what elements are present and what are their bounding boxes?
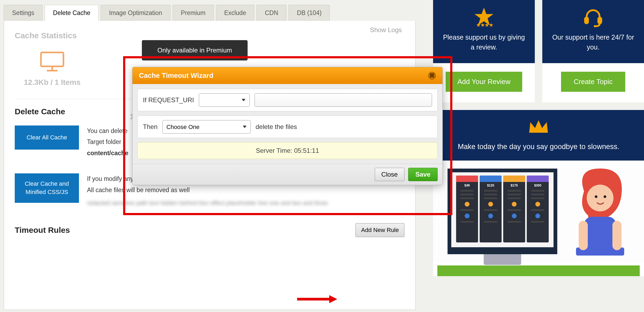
tab-premium[interactable]: Premium <box>173 5 214 21</box>
svg-point-14 <box>595 195 597 198</box>
stat-desktop-value: 12.3Kb / 1 Items <box>15 78 90 87</box>
text-bold: content/cache <box>87 150 128 157</box>
premium-message: Make today the day you say goodbye to sl… <box>444 143 633 151</box>
if-condition-select[interactable] <box>199 93 250 107</box>
if-label: If REQUEST_URI <box>143 96 194 104</box>
review-card: Please support us by giving a review. Ad… <box>433 0 535 102</box>
add-review-button[interactable]: Add Your Review <box>446 72 522 92</box>
svg-rect-18 <box>579 221 588 250</box>
premium-card-top: Make today the day you say goodbye to sl… <box>433 110 644 161</box>
tab-settings[interactable]: Settings <box>4 5 43 21</box>
person-illustration <box>568 167 630 256</box>
support-card: Our support is here 24/7 for you. Create… <box>542 0 644 102</box>
svg-marker-5 <box>475 7 493 25</box>
then-label: Then <box>143 123 158 131</box>
then-action-select[interactable]: Choose One <box>162 120 251 134</box>
svg-marker-7 <box>480 23 484 27</box>
text: Target folder <box>87 138 123 145</box>
svg-rect-0 <box>41 52 63 66</box>
if-value-input[interactable] <box>255 93 432 107</box>
headset-icon <box>550 6 636 30</box>
plan-price: $300 <box>534 182 541 189</box>
promo-row: Please support us by giving a review. Ad… <box>433 0 644 102</box>
clear-all-cache-button[interactable]: Clear All Cache <box>15 125 79 150</box>
tab-image-optimization[interactable]: Image Optimization <box>101 5 170 21</box>
svg-rect-19 <box>612 221 622 250</box>
server-time: Server Time: 05:51:11 <box>137 142 438 159</box>
create-topic-button[interactable]: Create Topic <box>561 72 625 92</box>
text: You can delete <box>87 127 127 134</box>
show-logs-link[interactable]: Show Logs <box>370 26 402 34</box>
svg-marker-9 <box>489 23 493 27</box>
then-rule-row: Then Choose One delete the files <box>137 116 438 138</box>
stat-desktop: 12.3Kb / 1 Items <box>15 51 90 87</box>
add-new-rule-button[interactable]: Add New Rule <box>355 223 404 237</box>
modal-header: Cache Timeout Wizard ✖ <box>132 67 442 84</box>
cache-statistics-title: Cache Statistics <box>15 31 404 40</box>
blurred-paths: redacted sensitive path text hidden behi… <box>87 198 404 208</box>
modal-body: If REQUEST_URI Then Choose One delete th… <box>132 84 442 164</box>
pricing-monitor: $49 $125 $175 $300 <box>448 169 557 254</box>
pricing-illustration: $49 $125 $175 $300 <box>433 161 644 262</box>
text: All cache files will be removed as well <box>87 187 190 193</box>
crown-icon <box>444 117 633 137</box>
text-bold: / <box>123 138 124 145</box>
if-rule-row: If REQUEST_URI <box>137 89 438 111</box>
tab-db[interactable]: DB (104) <box>289 5 330 21</box>
sidebar: Please support us by giving a review. Ad… <box>433 0 644 276</box>
svg-rect-10 <box>585 18 588 23</box>
support-card-top: Our support is here 24/7 for you. <box>542 0 644 63</box>
review-card-top: Please support us by giving a review. <box>433 0 535 63</box>
timeout-rules-title: Timeout Rules <box>15 226 70 235</box>
plan-price: $125 <box>487 182 494 189</box>
premium-card: Make today the day you say goodbye to sl… <box>433 110 644 276</box>
modal-save-button[interactable]: Save <box>408 168 438 181</box>
tab-bar: Settings Delete Cache Image Optimization… <box>4 5 415 21</box>
timeout-rules-row: Timeout Rules Add New Rule <box>15 223 404 237</box>
review-message: Please support us by giving a review. <box>441 32 527 52</box>
svg-point-15 <box>604 195 606 198</box>
plan-price: $175 <box>511 182 518 189</box>
modal-close-button[interactable]: Close <box>375 168 404 181</box>
support-message: Our support is here 24/7 for you. <box>550 32 636 52</box>
premium-tooltip: Only available in Premium <box>142 40 248 60</box>
modal-close-icon[interactable]: ✖ <box>428 72 436 80</box>
tab-cdn[interactable]: CDN <box>256 5 286 21</box>
modal-title: Cache Timeout Wizard <box>139 71 213 80</box>
tab-exclude[interactable]: Exclude <box>216 5 255 21</box>
plan-price: $49 <box>464 182 470 189</box>
clear-cache-minified-button[interactable]: Clear Cache and Minified CSS/JS <box>15 173 79 203</box>
star-icon <box>441 6 527 30</box>
desktop-icon <box>15 51 90 73</box>
svg-point-12 <box>594 25 596 27</box>
cache-timeout-wizard-modal: Cache Timeout Wizard ✖ If REQUEST_URI Th… <box>132 67 443 185</box>
svg-point-13 <box>587 185 613 211</box>
delete-files-label: delete the files <box>256 123 297 131</box>
svg-rect-11 <box>598 18 601 23</box>
svg-rect-16 <box>584 217 616 249</box>
modal-footer: Close Save <box>132 164 442 185</box>
tab-delete-cache[interactable]: Delete Cache <box>45 5 99 21</box>
premium-cta-bar[interactable] <box>437 265 640 276</box>
